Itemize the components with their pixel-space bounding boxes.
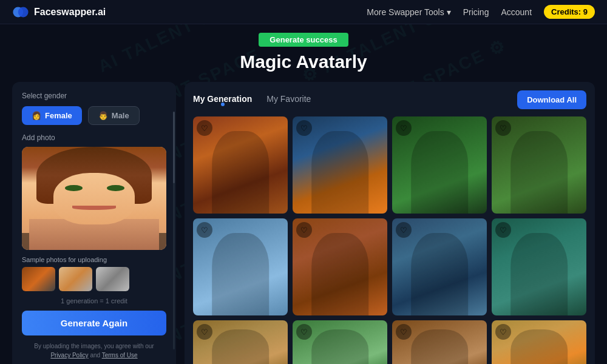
left-panel-scrollbar[interactable] (173, 112, 175, 349)
tab-my-generation[interactable]: My Generation (193, 94, 252, 106)
female-emoji-icon: 👩 (32, 111, 41, 120)
gallery-item[interactable]: ♡ (193, 320, 288, 364)
sample-photos-row (22, 267, 166, 291)
heart-icon: ♡ (300, 124, 308, 133)
zoom-button[interactable]: ⊕ (441, 295, 458, 312)
heart-icon: ♡ (400, 124, 407, 133)
gallery-item[interactable]: ♡ (392, 320, 487, 364)
navbar: Faceswapper.ai More Swapper Tools ▾ Pric… (0, 0, 607, 24)
heart-icon: ♡ (500, 124, 507, 133)
download-all-button[interactable]: Download All (517, 90, 586, 109)
photo-preview-inner (22, 147, 166, 250)
male-gender-button[interactable]: 👨 Male (88, 106, 140, 125)
gallery-item[interactable]: ♡ ⬇ ⊕ (492, 116, 586, 214)
favorite-button[interactable]: ♡ (396, 324, 412, 340)
zoom-button[interactable]: ⊕ (540, 295, 557, 312)
page-title: Magic Avatarly (240, 52, 367, 72)
sample-thumb-3[interactable] (96, 267, 129, 291)
sample-photos-label: Sample photos for uploading (22, 256, 166, 263)
favorite-button[interactable]: ♡ (197, 324, 212, 340)
gallery-item[interactable]: ♡ ⬇ ⊕ (193, 218, 288, 315)
zoom-button[interactable]: ⊕ (242, 295, 259, 312)
favorite-button[interactable]: ♡ (296, 120, 312, 136)
favorite-button[interactable]: ♡ (197, 120, 212, 136)
logo-icon (12, 4, 29, 21)
sample-thumb-1[interactable] (22, 267, 55, 291)
success-badge: Generate success (259, 33, 348, 47)
pricing-link[interactable]: Pricing (463, 7, 489, 17)
favorite-button[interactable]: ♡ (396, 222, 412, 238)
gallery-item[interactable]: ♡ ⬇ ⊕ (293, 218, 387, 315)
svg-point-1 (18, 7, 29, 17)
main-content: Generate success Magic Avatarly Select g… (0, 24, 607, 364)
heart-icon: ♡ (500, 226, 507, 235)
gallery-item[interactable]: ♡ (293, 320, 387, 364)
female-gender-button[interactable]: 👩 Female (22, 106, 82, 125)
favorite-button[interactable]: ♡ (197, 222, 212, 238)
download-button[interactable]: ⬇ (521, 295, 538, 312)
favorite-button[interactable]: ♡ (296, 324, 312, 340)
gallery-item[interactable]: ♡ ⬇ ⊕ (492, 218, 586, 315)
favorite-button[interactable]: ♡ (495, 324, 511, 340)
tabs: My Generation My Favorite (193, 94, 311, 106)
heart-icon: ♡ (300, 226, 308, 235)
zoom-button[interactable]: ⊕ (441, 193, 458, 210)
logo-area[interactable]: Faceswapper.ai (12, 4, 106, 21)
select-gender-label: Select gender (22, 92, 166, 100)
gallery-item[interactable]: ♡ ⬇ ⊕ (193, 116, 288, 214)
terms-text: By uploading the images, you agree with … (22, 342, 166, 360)
zoom-button[interactable]: ⊕ (540, 193, 557, 210)
heart-icon: ♡ (201, 124, 208, 133)
favorite-button[interactable]: ♡ (495, 222, 511, 238)
account-link[interactable]: Account (501, 7, 532, 17)
download-icon: ⬇ (228, 197, 234, 206)
favorite-button[interactable]: ♡ (296, 222, 312, 238)
download-button[interactable]: ⬇ (322, 193, 339, 210)
tabs-row: My Generation My Favorite Download All (193, 90, 586, 109)
download-button[interactable]: ⬇ (322, 295, 339, 312)
credit-info: 1 generation = 1 credit (22, 297, 166, 305)
download-button[interactable]: ⬇ (222, 193, 239, 210)
gallery-item[interactable]: ♡ ⬇ ⊕ (392, 218, 487, 315)
add-photo-label: Add photo (22, 133, 166, 142)
zoom-icon: ⊕ (247, 197, 254, 206)
download-button[interactable]: ⬇ (521, 193, 538, 210)
download-button[interactable]: ⬇ (421, 295, 438, 312)
favorite-button[interactable]: ♡ (396, 120, 412, 136)
photo-preview[interactable]: Replace face(s) on red (22, 147, 166, 250)
zoom-button[interactable]: ⊕ (341, 295, 358, 312)
generate-again-button[interactable]: Generate Again (22, 311, 166, 335)
heart-icon: ♡ (400, 226, 407, 235)
right-panel: My Generation My Favorite Download All ♡… (185, 82, 595, 364)
sample-thumb-2[interactable] (59, 267, 92, 291)
more-tools-link[interactable]: More Swapper Tools ▾ (367, 7, 450, 17)
brand-name: Faceswapper.ai (34, 7, 106, 18)
panels-container: Select gender 👩 Female 👨 Male Add photo (12, 82, 595, 364)
terms-of-use-link[interactable]: Terms of Use (102, 352, 138, 359)
gender-buttons: 👩 Female 👨 Male (22, 106, 166, 125)
left-panel: Select gender 👩 Female 👨 Male Add photo (12, 82, 176, 364)
heart-icon: ♡ (201, 226, 208, 235)
zoom-button[interactable]: ⊕ (242, 193, 259, 210)
privacy-policy-link[interactable]: Privacy Policy (50, 352, 88, 359)
chevron-down-icon: ▾ (447, 7, 451, 17)
download-button[interactable]: ⬇ (222, 295, 239, 312)
download-button[interactable]: ⬇ (421, 193, 438, 210)
zoom-button[interactable]: ⊕ (341, 193, 358, 210)
male-emoji-icon: 👨 (98, 111, 108, 120)
gallery-grid: ♡ ⬇ ⊕ ♡ (193, 116, 586, 364)
credits-badge[interactable]: Credits: 9 (544, 5, 595, 19)
gallery-item[interactable]: ♡ ⬇ ⊕ (293, 116, 387, 214)
tab-my-favorite[interactable]: My Favorite (266, 94, 311, 106)
favorite-button[interactable]: ♡ (495, 120, 511, 136)
gallery-item[interactable]: ♡ ⬇ ⊕ (392, 116, 487, 214)
gallery-item[interactable]: ♡ (492, 320, 586, 364)
nav-right: More Swapper Tools ▾ Pricing Account Cre… (367, 5, 595, 19)
